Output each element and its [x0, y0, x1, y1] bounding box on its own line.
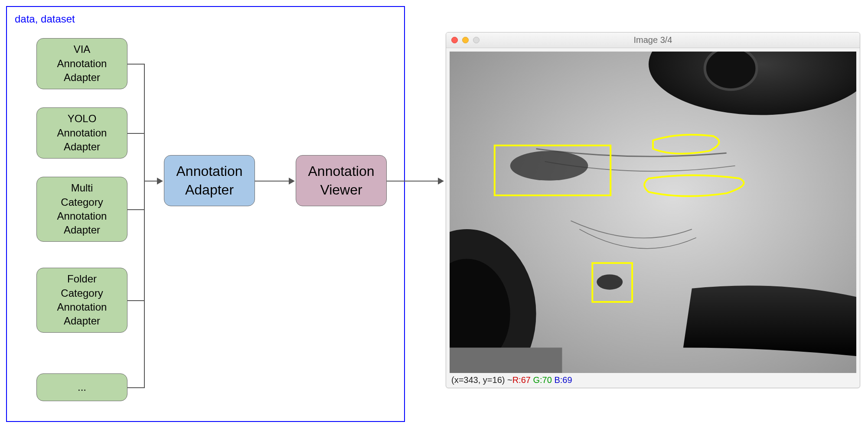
connector-line [127, 387, 145, 388]
adapter-via-label: VIA Annotation Adapter [57, 42, 107, 84]
adapter-via: VIA Annotation Adapter [36, 38, 127, 89]
connector-to-adapter [144, 181, 158, 182]
adapter-multi: Multi Category Annotation Adapter [36, 177, 127, 242]
status-b: B:69 [554, 375, 572, 385]
output-window: Image 3/4 [446, 32, 860, 388]
adapter-yolo: YOLO Annotation Adapter [36, 107, 127, 159]
container-label: data, dataset [15, 13, 75, 25]
annotation-adapter-label: Annotation Adapter [176, 162, 242, 199]
image-area [450, 52, 856, 373]
minimize-icon[interactable] [462, 37, 469, 43]
connector-line [127, 64, 145, 65]
connector-bus [144, 64, 145, 388]
adapter-yolo-label: YOLO Annotation Adapter [57, 112, 107, 154]
adapter-folder: Folder Category Annotation Adapter [36, 268, 127, 333]
connector-line [127, 133, 145, 134]
connector-adapter-to-viewer [255, 181, 290, 182]
status-coords: (x=343, y=16) ~ [451, 375, 512, 385]
window-traffic-lights [451, 37, 480, 43]
annotation-adapter-box: Annotation Adapter [164, 155, 255, 206]
connector-line [127, 209, 145, 210]
arrow-head-icon [289, 178, 295, 185]
svg-point-5 [510, 151, 588, 180]
adapter-multi-label: Multi Category Annotation Adapter [57, 181, 107, 237]
arrow-head-icon [157, 178, 163, 185]
status-r: R:67 [512, 375, 531, 385]
car-damage-image [450, 52, 856, 373]
connector-line [127, 300, 145, 301]
svg-rect-7 [450, 347, 562, 373]
window-statusbar: (x=343, y=16) ~ R:67 G:70 B:69 [450, 375, 856, 385]
adapter-more-label: ... [78, 380, 86, 394]
status-g: G:70 [533, 375, 551, 385]
connector-viewer-to-output [387, 181, 439, 182]
annotation-viewer-label: Annotation Viewer [308, 162, 374, 199]
adapter-folder-label: Folder Category Annotation Adapter [57, 272, 107, 328]
annotation-viewer-box: Annotation Viewer [296, 155, 387, 206]
close-icon[interactable] [451, 37, 458, 43]
arrow-head-icon [438, 178, 444, 185]
maximize-icon [473, 37, 480, 43]
window-title: Image 3/4 [634, 35, 672, 45]
adapter-more: ... [36, 373, 127, 401]
svg-point-2 [705, 52, 757, 90]
svg-point-6 [597, 275, 623, 290]
window-titlebar: Image 3/4 [446, 32, 860, 48]
